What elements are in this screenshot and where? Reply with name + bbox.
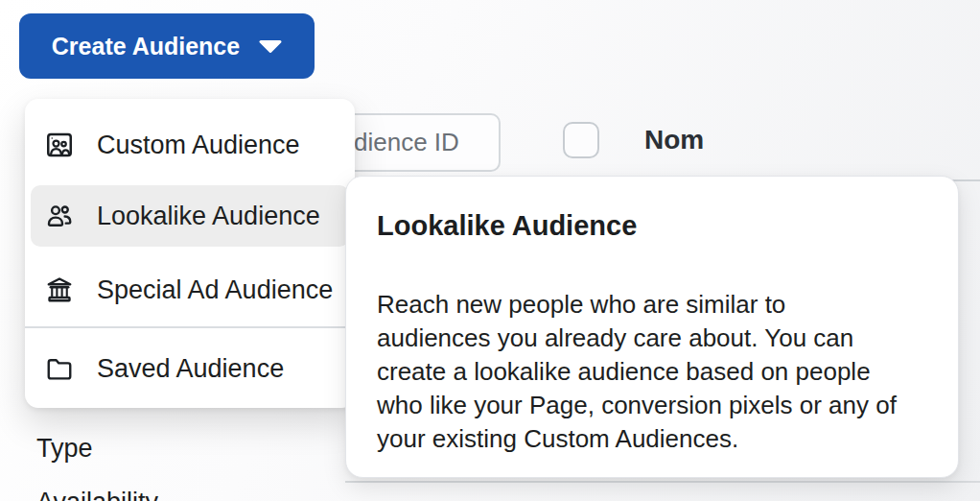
menu-item-label: Saved Audience <box>97 354 284 384</box>
lookalike-audience-tooltip: Lookalike Audience Reach new people who … <box>345 176 959 478</box>
select-all-checkbox[interactable] <box>563 122 599 158</box>
folder-icon <box>45 354 74 383</box>
filter-availability-label: Availability <box>36 488 158 501</box>
menu-item-lookalike-audience[interactable]: Lookalike Audience <box>31 185 349 247</box>
menu-item-special-ad-audience[interactable]: Special Ad Audience <box>31 259 349 321</box>
custom-audience-window-icon <box>45 131 74 159</box>
menu-divider <box>25 326 355 328</box>
create-audience-menu: Custom Audience Lookalike Audience Speci… <box>25 99 355 408</box>
menu-item-saved-audience[interactable]: Saved Audience <box>31 338 349 399</box>
tooltip-body: Reach new people who are similar to audi… <box>377 288 906 456</box>
two-people-icon <box>45 202 74 230</box>
menu-item-label: Special Ad Audience <box>97 275 333 305</box>
tooltip-title: Lookalike Audience <box>377 209 904 242</box>
table-row-border <box>345 481 980 483</box>
create-audience-button[interactable]: Create Audience <box>19 13 315 79</box>
audience-id-input-text: dience ID <box>354 128 459 157</box>
menu-item-custom-audience[interactable]: Custom Audience <box>31 114 349 176</box>
filter-type-label: Type <box>36 434 93 464</box>
name-column-header: Nom <box>644 125 704 155</box>
menu-item-label: Lookalike Audience <box>97 202 320 231</box>
create-audience-button-label: Create Audience <box>52 33 240 60</box>
caret-down-icon <box>259 40 282 53</box>
bank-icon <box>45 275 74 304</box>
menu-item-label: Custom Audience <box>97 131 300 160</box>
